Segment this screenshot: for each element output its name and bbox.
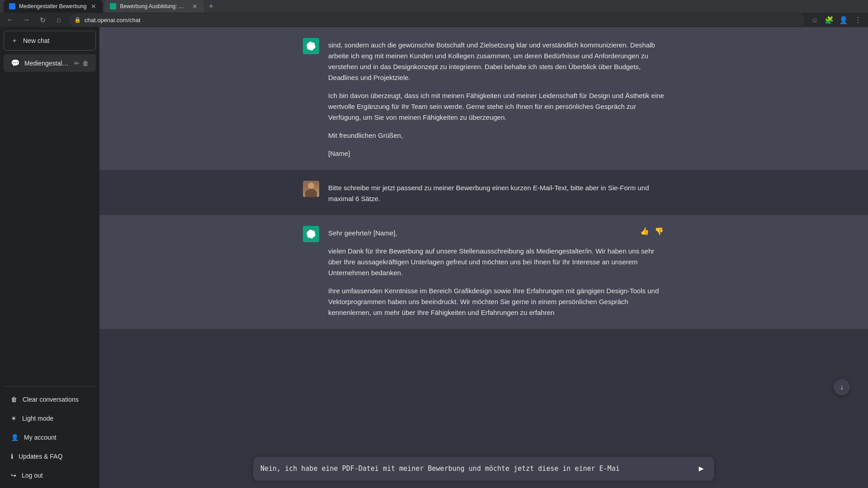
chat-input[interactable]: Nein, ich habe eine PDF-Datei mit meiner… (260, 464, 690, 474)
gpt-avatar-2 (303, 226, 319, 242)
thumbs-up-button[interactable]: 👍 (639, 226, 650, 236)
conversation-actions: ✏ 🗑 (74, 60, 89, 67)
assistant-greeting: Sehr geehrte/r [Name], (328, 228, 665, 239)
input-wrapper: Nein, ich habe eine PDF-Datei mit meiner… (253, 457, 714, 481)
my-account-label: My account (24, 434, 57, 441)
main-content: sind, sondern auch die gewünschte Botsch… (99, 27, 868, 488)
log-out-button[interactable]: ↪ Log out (4, 466, 96, 484)
address-bar[interactable]: 🔒 chat.openai.com/chat (69, 14, 805, 26)
message-paragraph-1-1: sind, sondern auch die gewünschte Botsch… (328, 40, 665, 83)
logout-icon: ↪ (11, 472, 16, 479)
log-out-label: Log out (22, 472, 43, 479)
delete-conversation-button[interactable]: 🗑 (82, 60, 89, 67)
assistant-paragraph-2-1: vielen Dank für Ihre Bewerbung auf unser… (328, 246, 665, 278)
reload-button[interactable]: ↻ (36, 14, 49, 26)
conversation-item-1[interactable]: 💬 Mediengestalter Bewer ✏ 🗑 (4, 54, 96, 72)
conversation-label-1: Mediengestalter Bewer (24, 60, 70, 67)
extensions-icon[interactable]: 🧩 (823, 14, 835, 26)
my-account-button[interactable]: 👤 My account (4, 428, 96, 446)
light-mode-label: Light mode (22, 415, 53, 422)
scroll-to-bottom-button[interactable]: ↓ (834, 379, 850, 395)
tab-label-2: Bewerbung Ausbildung: Design-... (120, 3, 188, 9)
message-block-1: sind, sondern auch die gewünschte Botsch… (99, 27, 868, 170)
sidebar-spacer (4, 72, 96, 386)
address-url: chat.openai.com/chat (85, 17, 799, 23)
edit-conversation-button[interactable]: ✏ (74, 60, 80, 67)
message-actions: 👍 👎 (639, 226, 665, 236)
tab-favicon-1 (9, 3, 15, 9)
messages-container[interactable]: sind, sondern auch die gewünschte Botsch… (99, 27, 868, 450)
message-paragraph-1-4: [Name] (328, 148, 665, 159)
back-button[interactable]: ← (4, 14, 16, 26)
user-message-text: Bitte schreibe mir jetzt passend zu mein… (328, 183, 665, 204)
tab-label-1: Mediengestalter Bewerbung (19, 3, 86, 9)
tab-close-1[interactable]: ✕ (90, 2, 97, 10)
bookmark-icon[interactable]: ☆ (808, 14, 821, 26)
light-mode-button[interactable]: ☀ Light mode (4, 409, 96, 427)
sidebar: ＋ New chat 💬 Mediengestalter Bewer ✏ 🗑 🗑… (0, 27, 99, 488)
menu-icon[interactable]: ⋮ (852, 14, 864, 26)
new-tab-button[interactable]: + (206, 2, 216, 11)
new-chat-button[interactable]: ＋ New chat (4, 31, 96, 51)
updates-faq-button[interactable]: ℹ Updates & FAQ (4, 447, 96, 465)
message-inner-3: Sehr geehrte/r [Name], vielen Dank für I… (303, 226, 665, 318)
app-wrapper: ＋ New chat 💬 Mediengestalter Bewer ✏ 🗑 🗑… (0, 0, 868, 488)
trash-icon: 🗑 (11, 396, 17, 403)
user-avatar (303, 181, 319, 197)
nav-icons: ☆ 🧩 👤 ⋮ (808, 14, 864, 26)
updates-faq-label: Updates & FAQ (19, 453, 62, 460)
message-block-3: Sehr geehrte/r [Name], vielen Dank für I… (99, 215, 868, 329)
user-face (303, 181, 319, 197)
clear-conversations-button[interactable]: 🗑 Clear conversations (4, 390, 96, 408)
profile-icon[interactable]: 👤 (837, 14, 850, 26)
tab-bewerbung[interactable]: Bewerbung Ausbildung: Design-... ✕ (104, 0, 204, 13)
message-paragraph-1-3: Mit freundlichen Grüßen, (328, 130, 665, 141)
plus-icon: ＋ (11, 37, 18, 45)
account-icon: 👤 (11, 434, 19, 441)
info-icon: ℹ (11, 453, 13, 460)
home-button[interactable]: ⌂ (52, 14, 65, 26)
send-button[interactable]: ► (695, 462, 707, 475)
nav-bar: ← → ↻ ⌂ 🔒 chat.openai.com/chat ☆ 🧩 👤 ⋮ (0, 13, 868, 27)
message-paragraph-1-2: Ich bin davon überzeugt, dass ich mit me… (328, 90, 665, 123)
sun-icon: ☀ (11, 415, 17, 422)
gpt-avatar-1 (303, 38, 319, 54)
clear-conversations-label: Clear conversations (23, 396, 79, 403)
forward-button[interactable]: → (20, 14, 33, 26)
lock-icon: 🔒 (74, 17, 81, 23)
new-chat-label: New chat (23, 37, 49, 44)
message-inner-2: Bitte schreibe mir jetzt passend zu mein… (303, 181, 665, 204)
message-text-2: Bitte schreibe mir jetzt passend zu mein… (328, 181, 665, 204)
tab-bar: Mediengestalter Bewerbung ✕ Bewerbung Au… (0, 0, 868, 13)
message-block-2: Bitte schreibe mir jetzt passend zu mein… (99, 170, 868, 215)
sidebar-bottom: 🗑 Clear conversations ☀ Light mode 👤 My … (4, 386, 96, 484)
input-area: Nein, ich habe eine PDF-Datei mit meiner… (99, 450, 868, 488)
assistant-paragraph-2-2: Ihre umfassenden Kenntnisse im Bereich G… (328, 286, 665, 318)
tab-favicon-2 (110, 3, 116, 9)
message-inner-1: sind, sondern auch die gewünschte Botsch… (303, 38, 665, 159)
tab-mediengestalter[interactable]: Mediengestalter Bewerbung ✕ (4, 0, 103, 13)
tab-close-2[interactable]: ✕ (191, 2, 198, 10)
message-text-1: sind, sondern auch die gewünschte Botsch… (328, 38, 665, 159)
browser-chrome: Mediengestalter Bewerbung ✕ Bewerbung Au… (0, 0, 868, 27)
thumbs-down-button[interactable]: 👎 (654, 226, 665, 236)
message-text-3: Sehr geehrte/r [Name], vielen Dank für I… (328, 226, 665, 318)
chat-icon: 💬 (11, 59, 20, 67)
